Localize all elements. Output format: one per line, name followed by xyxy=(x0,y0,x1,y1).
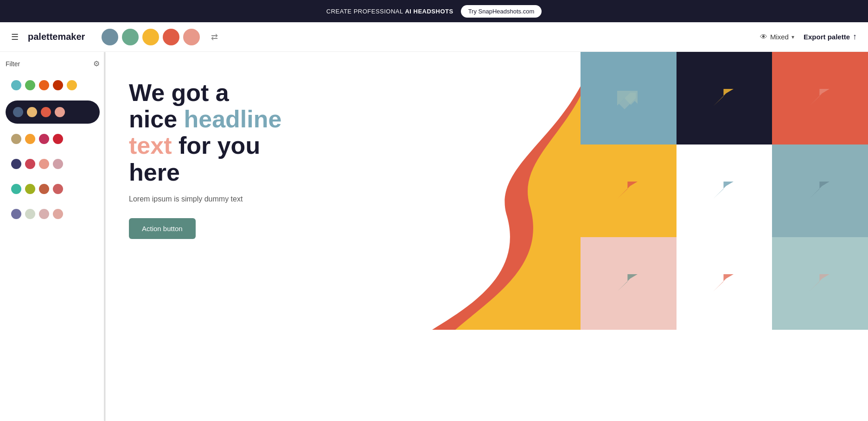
palette-dots xyxy=(6,179,100,199)
palette-item[interactable] xyxy=(6,154,100,174)
sidebar: Filter ⚙ xyxy=(0,52,106,421)
hamburger-icon[interactable]: ☰ xyxy=(11,32,19,42)
palette-dot xyxy=(53,134,63,144)
palette-dot xyxy=(39,80,49,90)
headline-blue-text: headline xyxy=(184,106,282,132)
palette-item[interactable] xyxy=(6,179,100,199)
view-mode-selector[interactable]: 👁 Mixed ▾ xyxy=(760,33,794,41)
try-button[interactable]: Try SnapHeadshots.com xyxy=(461,5,542,18)
palette-item[interactable] xyxy=(6,75,100,95)
grid-cell xyxy=(677,145,772,237)
upload-icon: ↑ xyxy=(853,32,857,42)
arrow-icon xyxy=(802,265,839,302)
palette-dot xyxy=(13,107,23,117)
shuffle-icon[interactable]: ⇄ xyxy=(211,32,218,42)
sidebar-divider xyxy=(104,52,105,421)
preview-subtext: Lorem ipsum is simply dummy text xyxy=(129,195,557,203)
filter-icon[interactable]: ⚙ xyxy=(93,59,100,68)
palette-dot xyxy=(39,159,49,169)
palette-dots xyxy=(6,75,100,95)
palette-dot xyxy=(11,209,21,219)
headline-pink-text: text xyxy=(129,132,172,159)
palette-list xyxy=(6,75,100,224)
main-layout: Filter ⚙ xyxy=(0,52,868,421)
palette-dots xyxy=(6,204,100,224)
arrow-icon xyxy=(706,265,743,302)
palette-dot xyxy=(27,107,37,117)
arrow-icon xyxy=(802,172,839,209)
grid-cell xyxy=(772,145,868,237)
palette-dot xyxy=(55,107,65,117)
preview-grid xyxy=(581,52,868,330)
palette-dot xyxy=(11,134,21,144)
arrow-icon xyxy=(610,80,647,117)
palette-dots xyxy=(6,101,100,124)
palette-dot xyxy=(25,184,35,194)
grid-cell xyxy=(677,237,772,330)
preview-headline: We got anice headlinetext for youhere xyxy=(129,80,305,186)
top-banner: CREATE PROFESSIONAL AI HEADSHOTS Try Sna… xyxy=(0,0,868,22)
content-area: We got anice headlinetext for youhere Lo… xyxy=(106,52,868,421)
palette-item[interactable] xyxy=(6,101,100,124)
swatch-1[interactable] xyxy=(102,29,118,45)
arrow-icon xyxy=(706,172,743,209)
swatch-2[interactable] xyxy=(122,29,139,45)
palette-dot xyxy=(39,134,49,144)
palette-dot xyxy=(11,159,21,169)
banner-text-bold: AI HEADSHOTS xyxy=(405,8,453,15)
export-palette-button[interactable]: Export palette ↑ xyxy=(804,32,857,42)
grid-cell xyxy=(581,52,677,145)
grid-cell xyxy=(677,52,772,145)
grid-cell xyxy=(772,237,868,330)
preview-area: We got anice headlinetext for youhere Lo… xyxy=(106,52,868,330)
palette-dot xyxy=(39,209,49,219)
logo: palettemaker xyxy=(28,31,85,42)
palette-dot xyxy=(53,159,63,169)
grid-cell xyxy=(581,145,677,237)
banner-text: CREATE PROFESSIONAL AI HEADSHOTS xyxy=(326,8,453,15)
palette-dot xyxy=(25,80,35,90)
palette-dots xyxy=(6,129,100,149)
palette-item[interactable] xyxy=(6,129,100,149)
banner-text-normal: CREATE PROFESSIONAL xyxy=(326,8,405,15)
palette-dot xyxy=(25,159,35,169)
palette-dot xyxy=(53,209,63,219)
eye-icon: 👁 xyxy=(760,33,767,41)
palette-dot xyxy=(11,184,21,194)
palette-dot xyxy=(39,184,49,194)
swatch-5[interactable] xyxy=(183,29,200,45)
swatch-4[interactable] xyxy=(163,29,179,45)
grid-cell xyxy=(772,52,868,145)
arrow-icon xyxy=(610,265,647,302)
background-wave xyxy=(432,52,581,330)
palette-dot xyxy=(41,107,51,117)
view-mode-label: Mixed xyxy=(770,33,789,41)
preview-left: We got anice headlinetext for youhere Lo… xyxy=(106,52,581,330)
sidebar-header: Filter ⚙ xyxy=(6,59,100,68)
palette-dot xyxy=(53,184,63,194)
header-palette-swatches xyxy=(102,29,200,45)
action-button[interactable]: Action button xyxy=(129,218,196,239)
arrow-icon xyxy=(610,172,647,209)
palette-dot xyxy=(53,80,63,90)
palette-dot xyxy=(25,209,35,219)
chevron-down-icon: ▾ xyxy=(791,34,794,40)
arrow-icon xyxy=(802,80,839,117)
palette-dot xyxy=(11,80,21,90)
palette-dots xyxy=(6,154,100,174)
grid-cell xyxy=(581,237,677,330)
palette-item[interactable] xyxy=(6,204,100,224)
header: ☰ palettemaker ⇄ 👁 Mixed ▾ Export palett… xyxy=(0,22,868,52)
arrow-icon xyxy=(706,80,743,117)
swatch-3[interactable] xyxy=(142,29,159,45)
palette-dot xyxy=(25,134,35,144)
export-label: Export palette xyxy=(804,33,850,41)
filter-label: Filter xyxy=(6,60,20,68)
palette-dot xyxy=(67,80,77,90)
